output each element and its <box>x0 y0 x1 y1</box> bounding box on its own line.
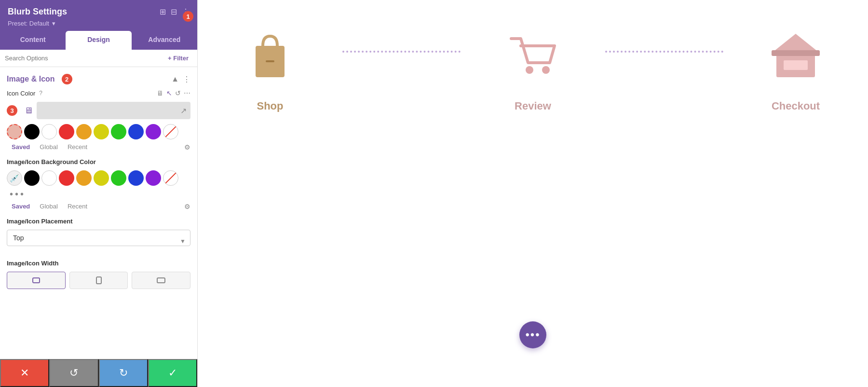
color-swatches-row <box>7 124 190 139</box>
section-more-icon[interactable]: ⋮ <box>183 75 190 84</box>
cancel-button[interactable]: ✕ <box>0 359 49 387</box>
image-icon-section-header: Image & Icon 2 ▲ ⋮ <box>7 67 190 89</box>
bg-color-label: Image/Icon Background Color <box>7 158 190 166</box>
svg-point-6 <box>542 66 550 74</box>
swatch2-yellow[interactable] <box>94 170 109 186</box>
swatch-eyedrop[interactable]: 💉 <box>7 170 22 186</box>
swatch-white[interactable] <box>41 124 57 139</box>
search-row: + Filter <box>0 50 197 67</box>
color-tab-global[interactable]: Global <box>35 142 63 152</box>
color-tab2-recent[interactable]: Recent <box>63 202 92 211</box>
swatch-selected[interactable] <box>7 124 22 139</box>
swatch-red[interactable] <box>59 124 74 139</box>
preset-label: Preset: Default <box>8 20 49 27</box>
panel-content: Image & Icon 2 ▲ ⋮ Icon Color ? 🖥 ↖ ↺ ⋯ … <box>0 67 197 359</box>
dotted-line-1 <box>342 51 461 91</box>
swatch-yellow[interactable] <box>94 124 109 139</box>
placement-dropdown-wrap: Top Left Right Bottom ▼ <box>7 230 190 253</box>
review-cart-icon <box>506 29 559 92</box>
checkout-label: Checkout <box>772 100 820 112</box>
swatch2-orange[interactable] <box>76 170 92 186</box>
width-btn-2[interactable] <box>69 272 128 289</box>
redo-button[interactable]: ↻ <box>99 359 148 387</box>
more-options-icon[interactable]: ⋯ <box>184 89 190 97</box>
bottom-bar: ✕ ↺ ↻ ✓ <box>0 359 197 387</box>
badge-1: 1 <box>183 11 193 22</box>
color-tab-recent[interactable]: Recent <box>63 142 92 152</box>
cursor-icon[interactable]: ↖ <box>166 89 172 97</box>
swatch2-none[interactable] <box>163 170 178 186</box>
color-tab-gear-icon[interactable]: ⚙ <box>184 143 190 151</box>
color-tab2-saved[interactable]: Saved <box>7 202 35 211</box>
width-row <box>7 272 190 289</box>
search-input[interactable] <box>5 55 161 62</box>
swatch2-red[interactable] <box>59 170 74 186</box>
width-btn-1[interactable] <box>7 272 66 289</box>
fullscreen-icon[interactable]: ⊞ <box>160 7 166 16</box>
desktop-icon[interactable]: 🖥 <box>157 89 163 97</box>
section-actions: ▲ ⋮ <box>171 75 190 84</box>
tab-advanced[interactable]: Advanced <box>132 31 197 50</box>
section-title: Image & Icon 2 <box>7 74 72 84</box>
review-item: Review <box>461 29 605 112</box>
checkout-item: Checkout <box>723 29 868 112</box>
save-button[interactable]: ✓ <box>148 359 197 387</box>
shop-label: Shop <box>257 100 284 112</box>
three-dots-icon: ••• <box>10 189 26 199</box>
svg-rect-0 <box>33 278 40 283</box>
fab-button[interactable]: ••• <box>519 321 546 348</box>
tab-content[interactable]: Content <box>0 31 66 50</box>
width-btn-3[interactable] <box>132 272 190 289</box>
badge-3: 3 <box>7 105 17 116</box>
width-icon-3 <box>157 276 165 285</box>
checkout-store-icon <box>769 29 822 92</box>
tabs-row: Content Design Advanced <box>0 31 197 50</box>
shop-bag-icon <box>246 29 294 92</box>
main-area: Shop Review <box>198 0 868 387</box>
color-preview-big[interactable]: ↗ <box>37 102 190 119</box>
panel-title: Blurb Settings <box>8 7 67 17</box>
placement-label: Image/Icon Placement <box>7 218 190 225</box>
undo-button[interactable]: ↺ <box>49 359 98 387</box>
chevron-up-icon[interactable]: ▲ <box>171 75 179 83</box>
columns-icon[interactable]: ⊟ <box>171 7 177 16</box>
bg-color-swatches: 💉 ••• <box>7 170 190 200</box>
review-label: Review <box>515 100 551 112</box>
swatch-green[interactable] <box>111 124 126 139</box>
preset-arrow[interactable]: ▾ <box>52 20 55 27</box>
device-color-row: 3 🖥 ↗ <box>7 102 190 119</box>
swatch-none[interactable] <box>163 124 178 139</box>
svg-point-5 <box>526 66 533 74</box>
panel-header: Blurb Settings ⊞ ⊟ ⋮ Preset: Default ▾ 1 <box>0 0 197 31</box>
icon-color-label: Icon Color <box>7 90 35 97</box>
swatch2-black[interactable] <box>24 170 40 186</box>
width-icon-2 <box>95 276 103 285</box>
swatch2-green[interactable] <box>111 170 126 186</box>
bg-swatches-row: 💉 <box>7 170 190 186</box>
tab-design[interactable]: Design <box>66 31 131 50</box>
swatch-purple[interactable] <box>146 124 161 139</box>
width-icon-1 <box>32 276 41 285</box>
swatch2-white[interactable] <box>41 170 57 186</box>
icon-color-help[interactable]: ? <box>39 90 42 97</box>
shop-item: Shop <box>198 29 342 112</box>
badge-2: 2 <box>62 74 72 84</box>
color-tab2-gear-icon[interactable]: ⚙ <box>184 203 190 210</box>
swatch2-purple[interactable] <box>146 170 161 186</box>
color-tabs-row-2: Saved Global Recent ⚙ <box>7 202 190 211</box>
swatch2-blue[interactable] <box>128 170 144 186</box>
monitor-icon[interactable]: 🖥 <box>24 106 33 116</box>
svg-rect-10 <box>772 50 820 56</box>
placement-select[interactable]: Top Left Right Bottom <box>7 230 190 246</box>
swatch-blue[interactable] <box>128 124 144 139</box>
swatch-orange[interactable] <box>76 124 92 139</box>
filter-button[interactable]: + Filter <box>164 53 192 64</box>
color-tab-saved[interactable]: Saved <box>7 142 35 152</box>
icon-color-controls: 🖥 ↖ ↺ ⋯ <box>157 89 190 97</box>
swatch-black[interactable] <box>24 124 40 139</box>
svg-rect-1 <box>96 277 101 284</box>
cursor-arrow-icon: ↗ <box>180 106 187 115</box>
reset-icon[interactable]: ↺ <box>175 89 181 97</box>
left-panel: Blurb Settings ⊞ ⊟ ⋮ Preset: Default ▾ 1… <box>0 0 198 387</box>
color-tab2-global[interactable]: Global <box>35 202 63 211</box>
